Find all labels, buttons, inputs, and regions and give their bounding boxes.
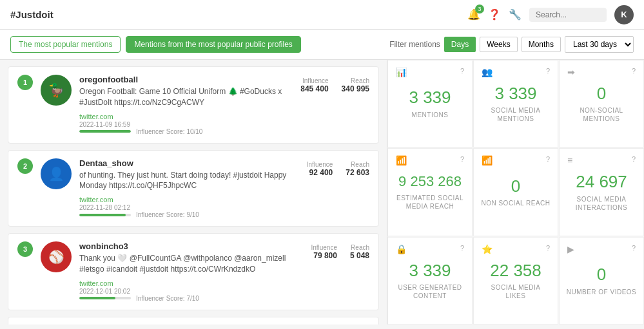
stat-label: SOCIAL MEDIA LIKES [480,283,551,300]
stat-value: 3 339 [409,88,451,107]
interactions-stat-card: ≡ ? 24 697 SOCIAL MEDIA INTERACTIONS [559,148,644,236]
filter-label: Filter mentions [389,40,440,49]
play-icon: ▶ [567,244,574,254]
post-rank: 1 [17,75,33,90]
table-row: 2 👤 Dentaa_show of hunting. They just hu… [8,150,379,227]
avatar: 🦆 [41,75,72,106]
users-icon: 👥 [482,67,493,77]
post-username: Dentaa_show [79,158,299,168]
header-actions: 🔔 3 ❓ 🔧 K [467,5,634,24]
stat-label: NON-SOCIAL MENTIONS [566,106,637,123]
estimated-reach-stat-card: 📶 ? 9 253 268 ESTIMATED SOCIAL MEDIA REA… [387,148,473,236]
post-date: 2022-11-28 02:12 [79,204,299,211]
post-date: 2022-11-09 16:59 [79,121,293,128]
help-icon[interactable]: ? [546,67,550,75]
reach-stat: Reach 5 048 [350,244,369,260]
stat-value: 3 339 [409,261,451,280]
main-content: 1 🦆 oregonfootball Oregon Football: Game… [0,60,644,324]
help-icon[interactable]: ? [632,155,636,163]
header: #Justdoit 🔔 3 ❓ 🔧 K [0,0,644,30]
stat-label: USER GENERATED CONTENT [395,283,465,300]
table-row: 4 🐱 orangecat12r [8,317,379,324]
post-text: of hunting. They just hunt. Start doing … [79,170,299,192]
weeks-button[interactable]: Weeks [480,37,517,52]
post-stats: Influence 79 800 Reach 5 048 [311,244,369,260]
help-icon[interactable]: ? [546,244,550,252]
table-row: 1 🦆 oregonfootball Oregon Football: Game… [8,66,379,144]
mentions-stat-card: 📊 ? 3 339 MENTIONS [387,60,473,147]
stat-value: 0 [511,177,520,196]
influence-bar-container: Influencer Score: 9/10 [79,211,299,218]
influence-stat: Influence 79 800 [311,244,337,260]
post-rank: 3 [17,241,33,257]
filter-bar: The most popular mentions Mentions from … [0,30,644,60]
help-icon[interactable]: ? [632,244,636,252]
influence-score: Influencer Score: 10/10 [136,128,202,135]
stat-value: 0 [597,265,606,284]
influence-score: Influencer Score: 9/10 [136,211,199,218]
non-social-mentions-stat-card: ➡ ? 0 NON-SOCIAL MENTIONS [559,60,644,147]
post-link[interactable]: twitter.com [79,279,113,287]
avatar: 👤 [41,158,72,189]
likes-stat-card: ⭐ ? 22 358 SOCIAL MEDIA LIKES [473,237,558,324]
table-row: 3 ⚾ wonbincho3 Thank you 🤍 @FullCountGA … [8,233,379,310]
avatar: ⚾ [41,241,72,272]
stat-label: SOCIAL MEDIA INTERACTIONS [566,195,637,212]
star-icon: ⭐ [482,244,493,254]
influence-bar [79,130,131,133]
influence-stat: Influence 92 400 [307,161,333,177]
help-icon[interactable]: ❓ [488,8,501,21]
help-icon[interactable]: ? [546,155,550,163]
months-button[interactable]: Months [522,37,561,52]
notification-badge: 3 [475,5,484,14]
post-content: Dentaa_show of hunting. They just hunt. … [79,158,299,219]
non-social-reach-stat-card: 📶 ? 0 NON SOCIAL REACH [473,148,558,236]
post-username: oregonfootball [79,75,293,84]
reach-stat: Reach 72 603 [346,161,369,177]
post-stats: Influence 845 400 Reach 340 995 [300,77,369,93]
avatar[interactable]: K [614,5,634,24]
date-range-select[interactable]: Last 30 days [565,36,634,53]
post-content: wonbincho3 Thank you 🤍 @FullCountGA @wit… [79,241,303,302]
post-date: 2022-12-01 20:02 [79,288,303,295]
posts-panel: 1 🦆 oregonfootball Oregon Football: Game… [0,60,387,324]
stat-label: NUMBER OF VIDEOS [567,288,637,296]
influence-bar-fill [79,297,115,299]
influence-bar [79,297,131,299]
reach-stat: Reach 340 995 [342,77,369,93]
arrow-icon: ➡ [567,67,575,77]
wifi-icon: 📶 [482,155,493,165]
public-profiles-button[interactable]: Mentions from the most popular public pr… [126,36,300,53]
post-text: Oregon Football: Game 10 Official Unifor… [79,86,293,108]
influence-bar-container: Influencer Score: 7/10 [79,295,303,302]
time-filters: Filter mentions Days Weeks Months Last 3… [389,36,634,53]
post-text: Thank you 🤍 @FullCountGA @withpolanco @a… [79,253,303,275]
ugc-stat-card: 🔒 ? 3 339 USER GENERATED CONTENT [387,237,473,324]
stat-value: 0 [597,84,606,103]
stat-label: SOCIAL MEDIA MENTIONS [480,106,551,123]
videos-stat-card: ▶ ? 0 NUMBER OF VIDEOS [559,237,644,324]
help-icon[interactable]: ? [460,67,464,75]
post-link[interactable]: twitter.com [79,196,113,203]
notifications-icon[interactable]: 🔔 3 [467,8,480,21]
popular-mentions-button[interactable]: The most popular mentions [10,36,121,53]
post-link[interactable]: twitter.com [79,113,113,120]
stat-label: ESTIMATED SOCIAL MEDIA REACH [395,194,465,211]
help-icon[interactable]: ? [460,244,464,252]
help-icon[interactable]: ? [632,67,636,75]
search-input[interactable] [529,8,607,22]
stat-label: NON SOCIAL REACH [481,199,550,207]
post-stats: Influence 92 400 Reach 72 603 [307,161,369,177]
post-username: wonbincho3 [79,241,303,251]
page-title: #Justdoit [10,9,54,20]
stat-value: 24 697 [576,173,627,191]
mention-type-filters: The most popular mentions Mentions from … [10,36,301,53]
help-icon[interactable]: ? [460,155,464,163]
settings-icon[interactable]: 🔧 [509,8,522,21]
stat-value: 3 339 [494,84,536,103]
days-button[interactable]: Days [444,37,476,52]
influence-bar-container: Influencer Score: 10/10 [79,128,293,135]
lock-icon: 🔒 [396,244,407,254]
social-media-mentions-stat-card: 👥 ? 3 339 SOCIAL MEDIA MENTIONS [473,60,558,147]
stat-value: 9 253 268 [398,174,462,189]
